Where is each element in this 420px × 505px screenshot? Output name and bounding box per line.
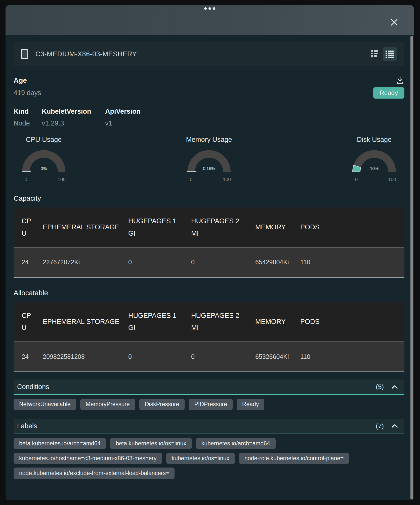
condition-chip: PIDPressure <box>189 399 232 410</box>
column-header: CPU <box>14 207 39 247</box>
select-checkbox[interactable] <box>21 49 28 59</box>
conditions-header[interactable]: Conditions (5) <box>14 380 404 395</box>
gauge-max-tick: 100 <box>388 177 396 182</box>
gauge-value: 10% <box>370 166 379 171</box>
column-header: HUGEPAGES 1 GI <box>124 302 187 342</box>
meta-fields: KindNodeKubeletVersionv1.29.3ApiVersionv… <box>14 108 404 127</box>
download-icon[interactable] <box>396 76 404 85</box>
gauge-min-tick: 0 <box>190 177 193 182</box>
column-header-filler <box>326 302 404 342</box>
meta-field: KubeletVersionv1.29.3 <box>42 108 105 127</box>
labels-count: (7) <box>376 422 384 430</box>
gauge-chart: 10%0100 <box>347 145 402 182</box>
capacity-heading: Capacity <box>14 194 404 202</box>
resource-title: C3-MEDIUM-X86-03-MESHERY <box>35 50 137 58</box>
chevron-up-icon[interactable] <box>391 424 398 428</box>
table-header-row: CPUEPHEMERAL STORAGEHUGEPAGES 1 GIHUGEPA… <box>14 302 404 342</box>
table-row: 24227672072Ki0065429004Ki110 <box>14 247 404 277</box>
label-chip: node-role.kubernetes.io/control-plane= <box>239 453 349 464</box>
table-cell: 65326604Ki <box>251 342 296 372</box>
status-row: 419 days Ready <box>14 87 404 99</box>
label-chip: beta.kubernetes.io/os=linux <box>110 438 192 449</box>
table-cell: 0 <box>187 342 251 372</box>
label-chip: node.kubernetes.io/exclude-from-external… <box>14 468 175 479</box>
scrollbar-thumb[interactable] <box>410 36 413 499</box>
gauge-chart: 0.16%0100 <box>181 145 237 182</box>
table-row: 242098225812080065326604Ki110 <box>14 342 404 372</box>
column-header: EPHEMERAL STORAGE <box>39 302 124 342</box>
labels-chips: beta.kubernetes.io/arch=amd64beta.kubern… <box>14 438 404 479</box>
table-cell-filler <box>326 247 404 277</box>
condition-chip: MemoryPressure <box>80 399 135 410</box>
table-cell: 0 <box>187 247 251 277</box>
gauge-value: 0% <box>41 166 47 171</box>
list-view-button[interactable] <box>383 47 397 61</box>
node-details-modal: C3-MEDIUM-X86-03-MESHERY <box>6 5 414 500</box>
table-cell: 24 <box>14 247 39 277</box>
conditions-chips: NetworkUnavailableMemoryPressureDiskPres… <box>14 399 404 410</box>
gauge-min-tick: 0 <box>355 177 358 182</box>
meta-field: ApiVersionv1 <box>105 108 141 127</box>
meta-field-label: Kind <box>14 108 42 115</box>
details-view-icon[interactable] <box>371 50 378 58</box>
condition-chip: DiskPressure <box>139 399 185 410</box>
age-label: Age <box>14 76 27 85</box>
labels-header-right: (7) <box>376 422 398 430</box>
meta-field-label: KubeletVersion <box>42 108 105 115</box>
allocatable-heading: Allocatable <box>14 289 404 297</box>
label-chip: kubernetes.io/hostname=c3-medium-x86-03-… <box>14 453 162 464</box>
meta-field-label: ApiVersion <box>105 108 141 115</box>
column-header: MEMORY <box>251 302 296 342</box>
table-cell: 65429004Ki <box>251 247 296 277</box>
labels-title: Labels <box>17 422 37 430</box>
chevron-up-icon[interactable] <box>391 385 398 389</box>
gauge-max-tick: 100 <box>58 177 66 182</box>
conditions-title: Conditions <box>17 383 49 391</box>
column-header: HUGEPAGES 2 MI <box>187 207 251 247</box>
allocatable-table: CPUEPHEMERAL STORAGEHUGEPAGES 1 GIHUGEPA… <box>14 302 404 372</box>
column-header: EPHEMERAL STORAGE <box>39 207 124 247</box>
list-icon <box>386 50 394 58</box>
usage-gauges: CPU Usage0%0100Memory Usage0.16%0100Disk… <box>14 136 404 182</box>
conditions-count: (5) <box>376 383 384 391</box>
table-cell: 0 <box>124 247 187 277</box>
age-row: Age <box>14 76 404 85</box>
condition-chip: NetworkUnavailable <box>14 399 76 410</box>
label-chip: kubernetes.io/os=linux <box>166 453 235 464</box>
table-cell: 227672072Ki <box>39 247 124 277</box>
table-cell: 110 <box>296 247 326 277</box>
drag-handle-icon[interactable] <box>204 7 215 10</box>
meta-field-value: v1 <box>105 119 141 127</box>
condition-chip: Ready <box>237 399 264 410</box>
column-header: PODS <box>296 302 326 342</box>
capacity-table: CPUEPHEMERAL STORAGEHUGEPAGES 1 GIHUGEPA… <box>14 207 404 278</box>
column-header: CPU <box>14 302 39 342</box>
column-header: HUGEPAGES 2 MI <box>187 302 251 342</box>
gauge-title: Memory Usage <box>186 136 232 144</box>
labels-header[interactable]: Labels (7) <box>14 419 404 434</box>
meta-field-value: v1.29.3 <box>42 119 105 127</box>
meta-field-value: Node <box>14 119 42 127</box>
table-cell: 24 <box>14 342 39 372</box>
gauge-memory-usage: Memory Usage0.16%0100 <box>179 136 239 182</box>
label-chip: beta.kubernetes.io/arch=amd64 <box>14 438 106 449</box>
gauge-title: Disk Usage <box>357 136 392 144</box>
close-icon[interactable] <box>390 18 398 27</box>
modal-body: C3-MEDIUM-X86-03-MESHERY <box>6 35 414 500</box>
column-header-filler <box>326 207 404 247</box>
gauge-value: 0.16% <box>203 166 215 171</box>
table-cell-filler <box>326 342 404 372</box>
modal-header <box>6 5 414 35</box>
resource-header-card: C3-MEDIUM-X86-03-MESHERY <box>14 42 404 66</box>
label-chip: kubernetes.io/arch=amd64 <box>196 438 276 449</box>
screen-background: { "header_card": { "title": "C3-MEDIUM-X… <box>0 0 420 505</box>
conditions-header-right: (5) <box>376 383 398 391</box>
table-cell: 0 <box>124 342 187 372</box>
gauge-cpu-usage: CPU Usage0%0100 <box>14 136 74 182</box>
gauge-max-tick: 100 <box>223 177 231 182</box>
gauge-title: CPU Usage <box>26 136 62 144</box>
column-header: MEMORY <box>251 207 296 247</box>
column-header: HUGEPAGES 1 GI <box>124 207 187 247</box>
gauge-min-tick: 0 <box>25 177 27 182</box>
gauge-chart: 0%0100 <box>16 145 71 182</box>
